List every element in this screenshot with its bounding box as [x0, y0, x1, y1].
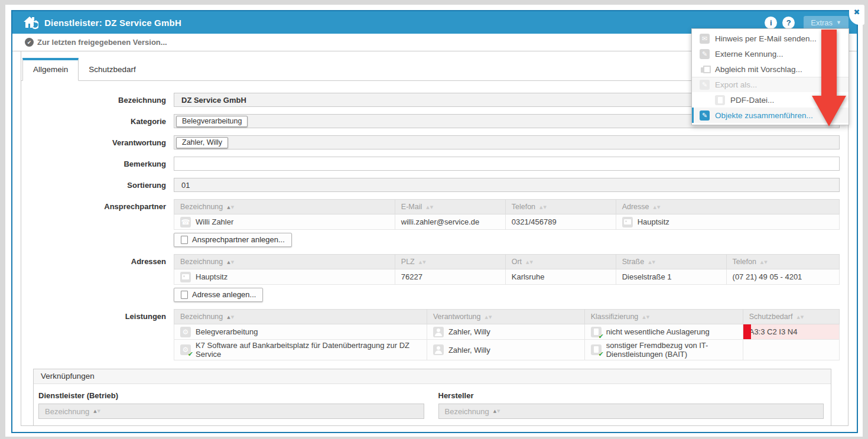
column-header[interactable]: Verantwortung▲▼	[427, 310, 584, 324]
table-row[interactable]: ☎Willi Zahler willi.zahler@service.de 03…	[174, 214, 840, 230]
leistungen-table: Bezeichnung▲▼ Verantwortung▲▼ Klassifizi…	[174, 309, 840, 360]
new-document-icon	[181, 291, 188, 299]
sort-icons: ▲▼	[227, 260, 235, 265]
schutzbedarf-cell: A3:3 C2 I3 N4	[743, 324, 839, 340]
check-circle-icon: ✔	[25, 38, 34, 47]
sortierung-field[interactable]: 01	[174, 178, 840, 192]
check-icon: ✔	[599, 333, 604, 340]
bezeichnung-label: Bezeichnung	[21, 93, 174, 107]
sort-icons: ▲▼	[642, 315, 650, 320]
hersteller-label: Hersteller	[438, 391, 824, 400]
tab-allgemein[interactable]: Allgemein	[22, 58, 79, 81]
column-header[interactable]: Straße▲▼	[616, 255, 726, 269]
sort-icons: ▲▼	[539, 205, 547, 210]
column-header[interactable]: Bezeichnung▲▼	[174, 310, 427, 324]
verknuepfungen-section: Verknüpfungen Dienstleister (Betrieb) Be…	[33, 369, 831, 426]
gear-icon: ⚙	[180, 327, 191, 337]
column-header: Bezeichnung ▲▼	[38, 404, 424, 419]
leistungen-label: Leistungen	[21, 309, 174, 360]
leistungen-section: Leistungen Bezeichnung▲▼ Verantwortung▲▼…	[21, 309, 840, 360]
check-icon: ✔	[599, 350, 604, 358]
sort-icons: ▲▼	[93, 409, 101, 414]
sort-icons: ▲▼	[426, 205, 434, 210]
classification-doc-icon: ✔	[591, 344, 602, 355]
merge-edit-icon: ✎	[700, 110, 710, 121]
dienstleister-betrieb-label: Dienstleister (Betrieb)	[38, 391, 424, 400]
bemerkung-label: Bemerkung	[21, 157, 174, 171]
edit-icon: ✎	[700, 49, 710, 59]
adressen-table: Bezeichnung▲▼ PLZ▲▼ Ort▲▼ Straße▲▼ Telef…	[174, 254, 840, 285]
column-header[interactable]: Telefon▲▼	[726, 255, 839, 269]
copy-icon	[700, 64, 710, 74]
sort-icons: ▲▼	[227, 315, 235, 320]
dienstleister-home-icon	[23, 15, 38, 30]
sort-icons: ▲▼	[760, 260, 768, 265]
bemerkung-row: Bemerkung	[21, 157, 840, 171]
bemerkung-field[interactable]	[174, 157, 840, 171]
address-icon	[180, 272, 191, 282]
ansprechpartner-section: Ansprechpartner Bezeichnung▲▼ E-Mail▲▼ T…	[21, 199, 840, 247]
chevron-down-icon: ▼	[836, 19, 841, 25]
adressen-section: Adressen Bezeichnung▲▼ PLZ▲▼ Ort▲▼ Straß…	[21, 254, 840, 302]
column-header[interactable]: Adresse▲▼	[616, 200, 839, 214]
sort-icons: ▲▼	[797, 315, 804, 320]
sortierung-label: Sortierung	[21, 178, 174, 192]
person-icon	[433, 344, 444, 355]
table-row[interactable]: ⚙Belegverarbeitung Zahler, Willy ✔nicht …	[174, 324, 840, 340]
verantwortung-chip[interactable]: Zahler, Willy	[176, 137, 228, 148]
sort-icons: ▲▼	[526, 260, 534, 265]
classification-doc-icon: ✔	[591, 327, 602, 337]
kategorie-label: Kategorie	[21, 114, 174, 128]
mail-icon: ✉	[700, 34, 710, 44]
ansprechpartner-anlegen-button[interactable]: Ansprechpartner anlegen...	[174, 233, 292, 247]
gear-icon: ⚙✔	[180, 344, 191, 355]
page-title: Dienstleister: DZ Service GmbH	[44, 18, 181, 28]
pdf-icon	[715, 95, 725, 105]
sort-icons: ▲▼	[419, 260, 427, 265]
extras-button-label: Extras	[811, 18, 833, 27]
extras-button[interactable]: Extras ▼	[804, 16, 849, 30]
column-header[interactable]: Telefon▲▼	[505, 200, 616, 214]
ansprechpartner-table: Bezeichnung▲▼ E-Mail▲▼ Telefon▲▼ Adresse…	[174, 199, 840, 230]
sort-icons: ▲▼	[493, 409, 501, 414]
adresse-anlegen-button[interactable]: Adresse anlegen...	[174, 288, 263, 302]
column-header[interactable]: E-Mail▲▼	[395, 200, 505, 214]
kategorie-chip[interactable]: Belegverarbeitung	[176, 116, 248, 127]
column-header[interactable]: Klassifizierung▲▼	[584, 310, 743, 324]
person-icon	[433, 327, 444, 337]
column-header: Bezeichnung ▲▼	[438, 404, 824, 419]
last-released-version-label: Zur letzten freigegebenen Version...	[37, 38, 167, 47]
sort-icons: ▲▼	[485, 315, 492, 320]
address-icon	[622, 217, 633, 227]
column-header[interactable]: Schutzbedarf▲▼	[743, 310, 839, 324]
contact-phone-icon: ☎	[180, 217, 191, 227]
check-icon: ✔	[188, 350, 193, 358]
verknuepfungen-title: Verknüpfungen	[34, 369, 831, 384]
column-header[interactable]: PLZ▲▼	[395, 255, 505, 269]
red-annotation-arrow	[811, 30, 847, 129]
sort-icons: ▲▼	[654, 205, 661, 210]
hersteller-group: Hersteller Bezeichnung ▲▼	[438, 391, 824, 419]
export-icon: ✎	[700, 80, 710, 90]
tab-schutzbedarf[interactable]: Schutzbedarf	[79, 59, 146, 80]
info-icon[interactable]: i	[765, 17, 777, 29]
verantwortung-row: Verantwortung Zahler, Willy	[21, 135, 840, 149]
verantwortung-field[interactable]: Zahler, Willy	[174, 135, 840, 149]
dienstleister-betrieb-group: Dienstleister (Betrieb) Bezeichnung ▲▼	[38, 391, 424, 419]
sort-icons: ▲▼	[648, 260, 656, 265]
sort-icons: ▲▼	[227, 205, 235, 210]
adressen-label: Adressen	[21, 254, 174, 302]
last-released-version-link[interactable]: ✔ Zur letzten freigegebenen Version...	[25, 38, 167, 47]
verantwortung-label: Verantwortung	[21, 135, 174, 149]
table-row[interactable]: ⚙✔K7 Software auf Bankarbeitsplatz für D…	[174, 340, 840, 360]
help-icon[interactable]: ?	[782, 17, 795, 29]
sortierung-row: Sortierung 01	[21, 178, 840, 192]
column-header[interactable]: Bezeichnung▲▼	[174, 200, 395, 214]
table-row[interactable]: Hauptsitz 76227 Karlsruhe Dieselstraße 1…	[174, 269, 840, 285]
ansprechpartner-label: Ansprechpartner	[21, 199, 174, 247]
column-header[interactable]: Bezeichnung▲▼	[174, 255, 395, 269]
new-document-icon	[181, 236, 188, 244]
column-header[interactable]: Ort▲▼	[505, 255, 616, 269]
